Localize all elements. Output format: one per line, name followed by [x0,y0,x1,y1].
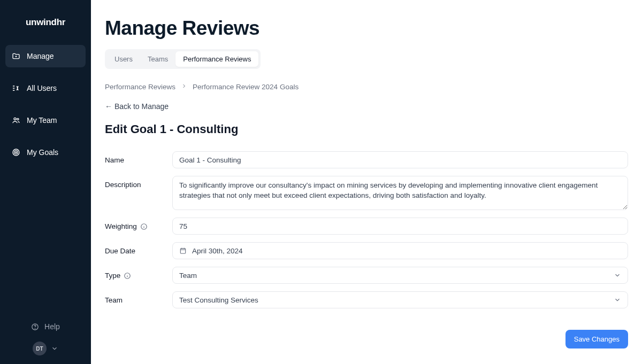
breadcrumb-item[interactable]: Performance Reviews [105,83,175,91]
sidebar-item-all-users[interactable]: All Users [5,77,86,99]
calendar-icon [179,247,187,254]
type-value: Team [179,272,197,280]
breadcrumb-item: Performance Review 2024 Goals [193,83,299,91]
form-row-due-date: Due Date April 30th, 2024 [105,242,628,259]
sidebar-item-manage[interactable]: Manage [5,45,86,67]
svg-point-1 [17,118,19,120]
form-row-team: Team Test Consulting Services [105,291,628,308]
svg-point-4 [16,152,17,153]
sidebar-footer: Help DT [0,308,91,364]
weighting-input[interactable] [172,218,628,235]
back-link[interactable]: ← Back to Manage [105,102,169,111]
chevron-down-icon [51,345,58,352]
info-icon [124,272,131,280]
tabs: Users Teams Performance Reviews [105,49,261,69]
save-row: Save Changes [105,330,628,348]
due-date-value: April 30th, 2024 [192,247,243,255]
form-row-description: Description To significantly improve our… [105,176,628,210]
info-icon [140,223,148,230]
label-due-date: Due Date [105,242,172,255]
help-label: Help [44,322,60,331]
type-select[interactable]: Team [172,267,628,284]
sidebar-item-my-team[interactable]: My Team [5,109,86,131]
svg-rect-8 [180,249,185,253]
sort-az-icon [12,84,20,92]
form-row-type: Type Team [105,267,628,284]
save-button[interactable]: Save Changes [565,330,628,348]
sidebar-item-label: All Users [27,84,57,92]
main-content: Manage Reviews Users Teams Performance R… [91,0,642,364]
tab-users[interactable]: Users [107,51,140,67]
avatar: DT [33,342,47,355]
sidebar-item-label: My Goals [27,148,58,157]
sidebar-item-label: My Team [27,116,57,125]
description-textarea[interactable]: To significantly improve our consultancy… [172,176,628,210]
svg-point-3 [14,151,18,154]
sidebar-item-label: Manage [27,52,54,60]
user-menu[interactable]: DT [9,342,82,355]
label-weighting: Weighting [105,218,172,230]
breadcrumb: Performance Reviews Performance Review 2… [105,83,628,91]
sidebar-nav: Manage All Users My Team My Goals [0,45,91,308]
team-select[interactable]: Test Consulting Services [172,291,628,308]
svg-point-2 [13,149,19,156]
help-circle-icon [31,323,39,331]
svg-point-6 [35,328,35,329]
label-name: Name [105,151,172,164]
chevron-down-icon [614,272,621,279]
form-row-name: Name [105,151,628,168]
team-value: Test Consulting Services [179,296,258,304]
chevron-right-icon [181,83,187,91]
due-date-picker[interactable]: April 30th, 2024 [172,242,628,259]
svg-point-0 [14,118,16,120]
section-title: Edit Goal 1 - Consulting [105,122,628,136]
users-icon [12,116,20,125]
help-link[interactable]: Help [9,317,82,336]
sidebar: unwindhr Manage All Users My Team My Goa… [0,0,91,364]
brand-logo: unwindhr [0,0,91,45]
target-icon [12,148,20,157]
folder-plus-icon [12,52,20,60]
tab-performance-reviews[interactable]: Performance Reviews [175,51,258,67]
chevron-down-icon [614,296,621,304]
name-input[interactable] [172,151,628,168]
label-description: Description [105,176,172,189]
sidebar-item-my-goals[interactable]: My Goals [5,141,86,164]
label-team: Team [105,291,172,304]
label-type: Type [105,267,172,280]
tab-teams[interactable]: Teams [140,51,175,67]
form-row-weighting: Weighting [105,218,628,235]
page-title: Manage Reviews [105,17,628,40]
